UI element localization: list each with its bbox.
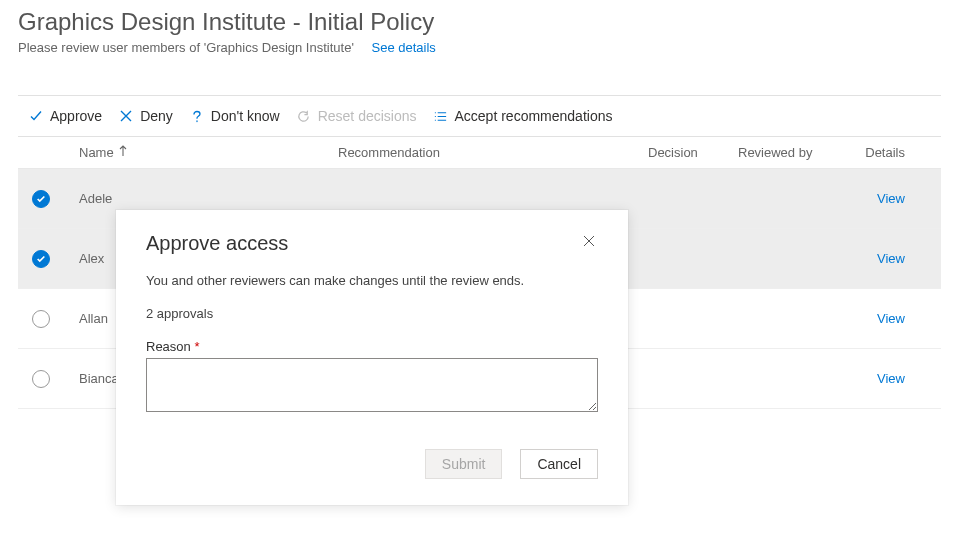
dialog-approval-count: 2 approvals xyxy=(146,306,598,321)
view-link[interactable]: View xyxy=(848,371,925,386)
column-decision[interactable]: Decision xyxy=(648,145,738,160)
check-icon xyxy=(28,108,44,124)
row-checkbox[interactable] xyxy=(32,250,50,268)
close-icon xyxy=(582,236,596,251)
approve-access-dialog: Approve access You and other reviewers c… xyxy=(116,210,628,505)
page-subtitle: Please review user members of 'Graphics … xyxy=(18,40,354,55)
required-indicator: * xyxy=(194,339,199,354)
column-recommendation[interactable]: Recommendation xyxy=(338,145,648,160)
approve-label: Approve xyxy=(50,108,102,124)
accept-recommendations-button[interactable]: Accept recommendations xyxy=(433,108,613,124)
row-checkbox[interactable] xyxy=(32,310,50,328)
reset-icon xyxy=(296,108,312,124)
column-details[interactable]: Details xyxy=(848,145,925,160)
approve-button[interactable]: Approve xyxy=(28,108,102,124)
reason-label: Reason xyxy=(146,339,191,354)
deny-button[interactable]: Deny xyxy=(118,108,173,124)
column-name[interactable]: Name xyxy=(63,145,338,160)
page-title: Graphics Design Institute - Initial Poli… xyxy=(18,8,941,36)
reason-input[interactable] xyxy=(146,358,598,412)
cancel-button[interactable]: Cancel xyxy=(520,449,598,479)
table-header: Name Recommendation Decision Reviewed by… xyxy=(18,137,941,169)
view-link[interactable]: View xyxy=(848,311,925,326)
column-reviewed-by[interactable]: Reviewed by xyxy=(738,145,848,160)
row-checkbox[interactable] xyxy=(32,190,50,208)
row-checkbox[interactable] xyxy=(32,370,50,388)
sort-asc-icon xyxy=(118,145,128,160)
dialog-hint: You and other reviewers can make changes… xyxy=(146,273,598,288)
accept-rec-label: Accept recommendations xyxy=(455,108,613,124)
submit-button[interactable]: Submit xyxy=(425,449,503,479)
see-details-link[interactable]: See details xyxy=(372,40,436,55)
reset-decisions-button: Reset decisions xyxy=(296,108,417,124)
x-icon xyxy=(118,108,134,124)
dont-know-button[interactable]: Don't know xyxy=(189,108,280,124)
deny-label: Deny xyxy=(140,108,173,124)
view-link[interactable]: View xyxy=(848,191,925,206)
reset-label: Reset decisions xyxy=(318,108,417,124)
list-check-icon xyxy=(433,108,449,124)
dialog-title: Approve access xyxy=(146,232,288,255)
close-button[interactable] xyxy=(580,232,598,253)
row-name: Adele xyxy=(63,191,338,206)
view-link[interactable]: View xyxy=(848,251,925,266)
toolbar: Approve Deny Don't know Reset decisions xyxy=(18,96,941,137)
dont-know-label: Don't know xyxy=(211,108,280,124)
question-icon xyxy=(189,108,205,124)
